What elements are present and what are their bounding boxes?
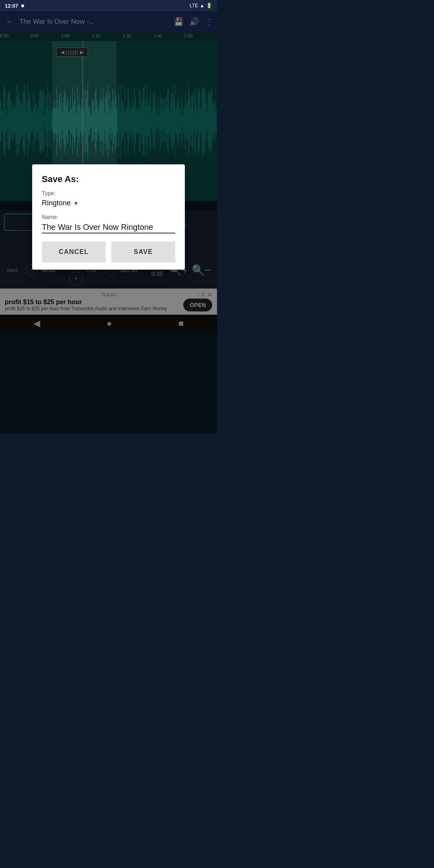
cancel-button[interactable]: CANCEL [42, 242, 106, 262]
save-as-dialog: Save As: Type: Ringtone ▼ Name: CANCEL S… [32, 164, 185, 270]
dropdown-arrow-icon: ▼ [73, 200, 79, 207]
type-select[interactable]: Ringtone ▼ [42, 199, 79, 207]
dialog-title: Save As: [42, 174, 175, 184]
status-right: LTE ▲ 🔋 [190, 3, 212, 8]
battery-icon: 🔋 [206, 3, 212, 8]
recording-icon: ⏺ [20, 3, 25, 8]
status-time: 12:07 [5, 3, 18, 9]
name-input-row [42, 223, 175, 233]
save-button[interactable]: SAVE [111, 242, 175, 262]
type-value: Ringtone [42, 199, 71, 207]
lte-label: LTE [190, 3, 198, 8]
type-row: Ringtone ▼ [42, 198, 175, 210]
type-label: Type: [42, 190, 175, 197]
dialog-overlay: Save As: Type: Ringtone ▼ Name: CANCEL S… [0, 0, 217, 434]
status-bar: 12:07 ⏺ LTE ▲ 🔋 [0, 0, 217, 11]
name-label: Name: [42, 214, 175, 220]
dialog-buttons: CANCEL SAVE [42, 242, 175, 262]
name-input[interactable] [42, 223, 175, 232]
signal-icon: ▲ [200, 3, 205, 8]
status-left: 12:07 ⏺ [5, 3, 25, 9]
